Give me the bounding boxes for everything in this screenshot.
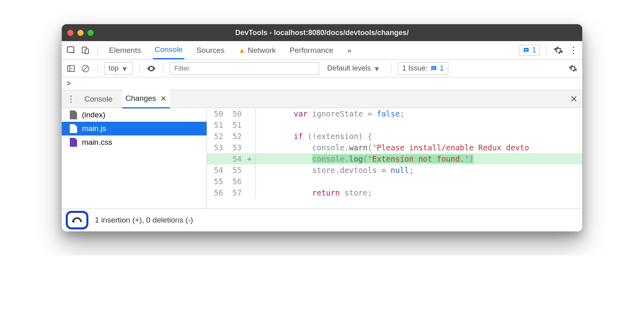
gutter bbox=[255, 131, 256, 142]
file-name: main.css bbox=[82, 138, 112, 147]
code: return store; bbox=[259, 188, 582, 197]
file-item[interactable]: main.js bbox=[62, 122, 207, 135]
drawer-tabs: ⋮ Console Changes ✕ ✕ bbox=[62, 90, 582, 108]
diff-marker bbox=[244, 109, 255, 118]
file-item[interactable]: main.css bbox=[62, 135, 207, 149]
diff-line: 5657 return store; bbox=[207, 187, 582, 198]
diff-marker bbox=[244, 166, 255, 175]
file-item[interactable]: (index) bbox=[62, 108, 207, 122]
new-line-no: 53 bbox=[226, 143, 244, 152]
issues-badge[interactable]: 1 bbox=[519, 45, 540, 56]
changed-files-list: (index)main.jsmain.css bbox=[62, 108, 207, 208]
new-line-no: 56 bbox=[226, 177, 244, 186]
svg-rect-4 bbox=[525, 50, 527, 50]
new-line-no: 50 bbox=[226, 109, 244, 118]
tab-console[interactable]: Console bbox=[153, 41, 184, 59]
separator bbox=[391, 63, 391, 74]
code: if (!extension) { bbox=[259, 132, 582, 141]
clear-console-icon[interactable] bbox=[80, 63, 91, 74]
tab-sources[interactable]: Sources bbox=[195, 42, 226, 59]
gutter bbox=[255, 119, 256, 131]
diff-marker bbox=[244, 177, 255, 186]
gutter bbox=[255, 142, 256, 153]
new-line-no: 57 bbox=[226, 188, 244, 197]
new-line-no: 52 bbox=[226, 132, 244, 141]
tab-more[interactable]: » bbox=[345, 42, 353, 59]
context-label: top bbox=[109, 64, 119, 73]
diff-line: 5353 console.warn('Please install/enable… bbox=[207, 142, 582, 153]
drawer-tab-changes-label: Changes bbox=[125, 94, 156, 103]
svg-rect-0 bbox=[67, 47, 74, 52]
tab-network[interactable]: ▲ Network bbox=[237, 42, 278, 59]
svg-marker-7 bbox=[71, 68, 73, 69]
filter-input[interactable] bbox=[170, 62, 319, 75]
file-icon bbox=[70, 124, 77, 133]
tab-performance[interactable]: Performance bbox=[288, 42, 335, 59]
diff-line: 5252 if (!extension) { bbox=[207, 131, 582, 142]
changes-status-bar: 1 insertion (+), 0 deletions (-) bbox=[62, 209, 582, 231]
console-prompt[interactable]: > bbox=[62, 77, 582, 90]
svg-rect-10 bbox=[432, 67, 435, 68]
close-tab-icon[interactable]: ✕ bbox=[160, 94, 167, 103]
drawer-menu-icon[interactable]: ⋮ bbox=[67, 94, 75, 104]
diff-line: 54+ console.log('Extension not found.') bbox=[207, 153, 582, 164]
gutter bbox=[255, 176, 256, 187]
issue-label: 1 Issue: bbox=[402, 64, 428, 73]
svg-rect-3 bbox=[525, 49, 528, 50]
diff-line: 5151 bbox=[207, 119, 582, 131]
sidebar-toggle-icon[interactable] bbox=[66, 63, 76, 74]
file-name: main.js bbox=[82, 124, 106, 133]
log-levels-selector[interactable]: Default levels ▼ bbox=[323, 62, 385, 74]
diff-marker bbox=[244, 121, 255, 129]
separator bbox=[139, 63, 140, 74]
old-line-no: 52 bbox=[207, 132, 226, 141]
drawer-tab-console[interactable]: Console bbox=[83, 91, 114, 108]
revert-button[interactable] bbox=[66, 211, 88, 229]
kebab-menu-icon[interactable]: ⋮ bbox=[568, 45, 578, 56]
prompt-chevron-icon: > bbox=[67, 79, 71, 88]
dropdown-icon: ▼ bbox=[373, 65, 381, 73]
levels-label: Default levels bbox=[327, 64, 371, 73]
separator bbox=[163, 63, 163, 74]
diff-line: 5556 bbox=[207, 176, 582, 187]
context-selector[interactable]: top ▼ bbox=[104, 62, 133, 75]
console-toolbar: top ▼ Default levels ▼ 1 Issue: 1 bbox=[62, 60, 582, 77]
file-icon bbox=[70, 138, 77, 147]
gutter bbox=[255, 187, 256, 198]
settings-gear-icon[interactable] bbox=[553, 45, 564, 56]
old-line-no: 56 bbox=[207, 188, 226, 197]
inspect-element-icon[interactable] bbox=[66, 45, 76, 56]
close-drawer-icon[interactable]: ✕ bbox=[570, 94, 577, 104]
changes-summary: 1 insertion (+), 0 deletions (-) bbox=[95, 216, 193, 225]
issues-count: 1 bbox=[532, 46, 536, 54]
chat-icon bbox=[523, 47, 530, 54]
console-settings-gear-icon[interactable] bbox=[568, 63, 578, 74]
live-expression-eye-icon[interactable] bbox=[146, 63, 157, 74]
drawer-tab-changes[interactable]: Changes ✕ bbox=[122, 90, 170, 108]
gutter bbox=[255, 153, 256, 164]
devtools-window: DevTools - localhost:8080/docs/devtools/… bbox=[62, 24, 582, 231]
diff-marker: + bbox=[244, 154, 255, 163]
issue-count: 1 bbox=[440, 64, 444, 73]
title-bar: DevTools - localhost:8080/docs/devtools/… bbox=[62, 24, 582, 41]
diff-marker bbox=[244, 188, 255, 197]
new-line-no: 55 bbox=[226, 166, 244, 175]
diff-line: 5455 store.devtools = null; bbox=[207, 164, 582, 176]
diff-marker bbox=[244, 143, 255, 152]
svg-line-9 bbox=[84, 66, 88, 71]
svg-rect-11 bbox=[432, 68, 434, 69]
diff-view[interactable]: 5050 var ignoreState = false;5151 5252 i… bbox=[207, 108, 582, 208]
code: console.warn('Please install/enable Redu… bbox=[259, 143, 582, 152]
new-line-no: 51 bbox=[226, 121, 244, 129]
gutter bbox=[255, 164, 256, 176]
warning-icon: ▲ bbox=[238, 46, 246, 54]
main-tabs: Elements Console Sources ▲ Network Perfo… bbox=[107, 41, 353, 59]
window-title: DevTools - localhost:8080/docs/devtools/… bbox=[62, 29, 582, 37]
changes-panel: (index)main.jsmain.css 5050 var ignoreSt… bbox=[62, 108, 582, 209]
device-toggle-icon[interactable] bbox=[80, 45, 91, 56]
code bbox=[259, 121, 582, 129]
new-line-no: 54 bbox=[226, 154, 244, 163]
tab-elements[interactable]: Elements bbox=[107, 42, 142, 59]
issues-button[interactable]: 1 Issue: 1 bbox=[398, 62, 448, 75]
diff-line: 5050 var ignoreState = false; bbox=[207, 108, 582, 119]
